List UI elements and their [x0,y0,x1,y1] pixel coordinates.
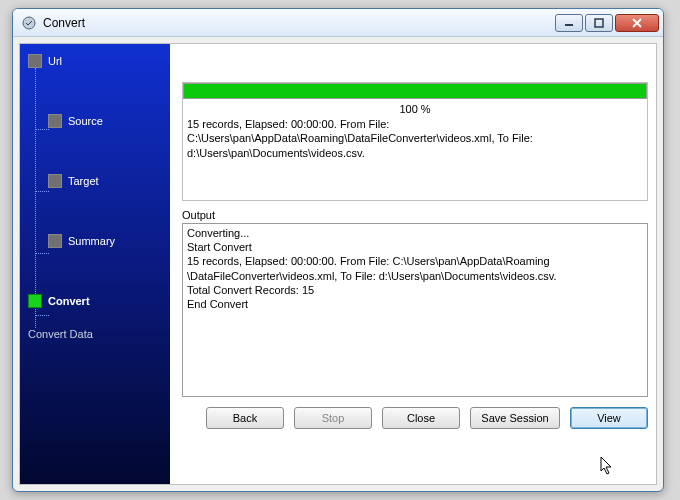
step-box-icon [48,174,62,188]
main-panel: 100 % 15 records, Elapsed: 00:00:00. Fro… [170,44,656,484]
svg-rect-2 [595,19,603,27]
back-button[interactable]: Back [206,407,284,429]
step-box-icon [48,234,62,248]
step-box-icon [48,114,62,128]
window-controls [555,14,659,32]
progress-percent: 100 % [183,99,647,117]
app-icon [21,15,37,31]
sidebar-item-target[interactable]: Target [48,174,162,188]
sidebar-item-label: Convert [48,295,90,307]
sidebar-sub-label: Convert Data [28,328,162,340]
progress-info-text: 15 records, Elapsed: 00:00:00. From File… [183,117,647,200]
step-box-icon [28,294,42,308]
sidebar-item-summary[interactable]: Summary [48,234,162,248]
app-window: Convert Url Source [12,8,664,492]
window-title: Convert [43,16,555,30]
progress-bar [183,83,647,99]
sidebar-item-label: Target [68,175,99,187]
stop-button[interactable]: Stop [294,407,372,429]
sidebar-item-label: Source [68,115,103,127]
client-area: Url Source Target Summary Convert [19,43,657,485]
progress-panel: 100 % 15 records, Elapsed: 00:00:00. Fro… [182,82,648,201]
step-box-icon [28,54,42,68]
view-button[interactable]: View [570,407,648,429]
output-textarea[interactable]: Converting... Start Convert 15 records, … [182,223,648,397]
sidebar: Url Source Target Summary Convert [20,44,170,484]
sidebar-item-convert[interactable]: Convert [28,294,162,308]
output-label: Output [182,209,648,221]
sidebar-item-label: Summary [68,235,115,247]
titlebar: Convert [13,9,663,37]
svg-point-0 [23,17,35,29]
close-button[interactable]: Close [382,407,460,429]
sidebar-item-label: Url [48,55,62,67]
close-window-button[interactable] [615,14,659,32]
save-session-button[interactable]: Save Session [470,407,560,429]
minimize-button[interactable] [555,14,583,32]
button-bar: Back Stop Close Save Session View [182,407,648,429]
sidebar-item-url[interactable]: Url [28,54,162,68]
maximize-button[interactable] [585,14,613,32]
sidebar-item-source[interactable]: Source [48,114,162,128]
